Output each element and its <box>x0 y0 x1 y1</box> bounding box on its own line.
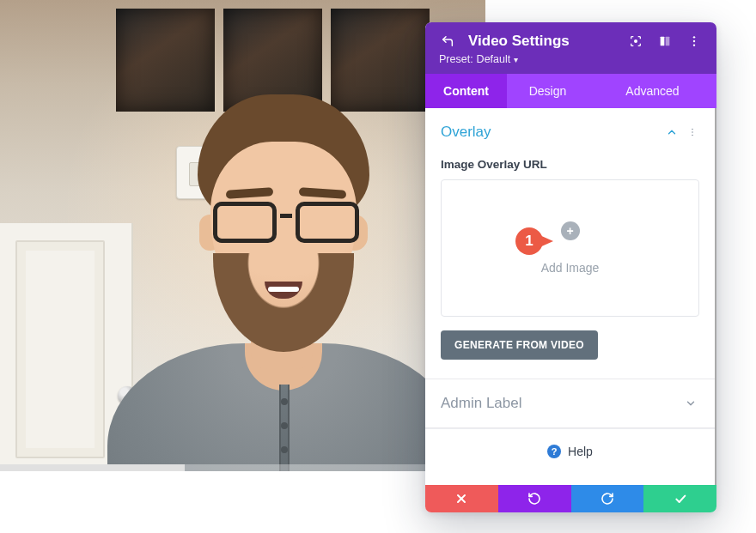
tabs: Content Design Advanced <box>425 74 716 108</box>
tab-label: Design <box>529 84 567 98</box>
tab-design[interactable]: Design <box>507 74 588 108</box>
button-label: GENERATE FROM VIDEO <box>454 339 584 351</box>
preset-selector[interactable]: Preset: Default ▾ <box>439 53 703 65</box>
svg-point-0 <box>635 40 637 43</box>
svg-point-4 <box>693 40 695 42</box>
tab-label: Advanced <box>625 84 679 98</box>
help-icon: ? <box>547 445 561 458</box>
annotation-number: 1 <box>515 227 543 255</box>
panel-body: Overlay Image Overlay URL 1 <box>425 108 716 485</box>
panel-title: Video Settings <box>468 33 615 50</box>
svg-point-6 <box>692 129 693 130</box>
person-figure <box>69 60 430 471</box>
svg-point-7 <box>692 131 693 133</box>
panel-header: Video Settings Preset: Default ▾ <box>425 22 716 74</box>
more-vertical-icon[interactable] <box>686 124 699 141</box>
section-title: Overlay <box>441 124 663 141</box>
focus-icon[interactable] <box>627 33 644 50</box>
video-progress-bar[interactable] <box>0 454 485 471</box>
redo-button[interactable] <box>571 485 644 512</box>
image-overlay-url-label: Image Overlay URL <box>441 158 699 171</box>
preset-label: Preset: <box>439 53 473 65</box>
section-overlay: Overlay Image Overlay URL 1 <box>425 108 715 379</box>
section-overlay-toggle[interactable]: Overlay <box>425 108 715 156</box>
chevron-up-icon <box>663 124 680 141</box>
section-admin-label: Admin Label <box>425 379 715 428</box>
svg-rect-2 <box>666 37 670 46</box>
cancel-button[interactable] <box>425 485 498 512</box>
svg-point-5 <box>693 44 695 45</box>
svg-point-3 <box>693 36 695 38</box>
plus-icon: + <box>561 221 580 240</box>
video-preview[interactable] <box>0 0 485 471</box>
save-button[interactable] <box>643 485 716 512</box>
tab-label: Content <box>443 84 489 98</box>
undo-button[interactable] <box>498 485 571 512</box>
section-admin-label-toggle[interactable]: Admin Label <box>425 379 715 427</box>
help-link[interactable]: ? Help <box>425 428 715 474</box>
more-vertical-icon[interactable] <box>686 33 703 50</box>
add-image-label: Add Image <box>541 261 600 275</box>
svg-rect-1 <box>661 37 665 46</box>
add-image-dropzone[interactable]: 1 + Add Image <box>441 179 699 317</box>
preset-value: Default <box>477 53 511 65</box>
caret-down-icon: ▾ <box>514 55 518 64</box>
tab-advanced[interactable]: Advanced <box>588 74 716 108</box>
video-settings-panel: Video Settings Preset: Default ▾ Content… <box>425 22 716 512</box>
columns-icon[interactable] <box>656 33 674 50</box>
tab-content[interactable]: Content <box>425 74 507 108</box>
panel-footer <box>425 485 716 512</box>
section-title: Admin Label <box>441 395 682 412</box>
svg-point-8 <box>692 135 693 136</box>
annotation-pointer: 1 <box>515 227 560 253</box>
help-label: Help <box>568 445 593 458</box>
generate-from-video-button[interactable]: GENERATE FROM VIDEO <box>441 330 598 360</box>
chevron-down-icon <box>682 395 699 412</box>
undo-header-icon[interactable] <box>439 33 456 50</box>
